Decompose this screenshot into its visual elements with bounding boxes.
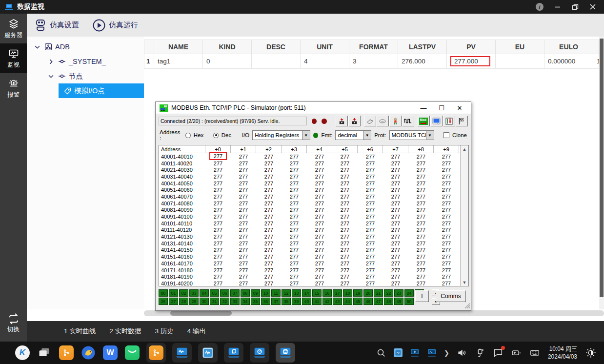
station-led-18[interactable]: 18	[343, 289, 352, 297]
volume-icon[interactable]	[457, 347, 467, 358]
register-cell[interactable]: 277	[282, 154, 307, 160]
start-icon[interactable]: K	[15, 345, 30, 361]
register-cell[interactable]: 277	[408, 181, 434, 186]
register-cell[interactable]: 277	[383, 221, 408, 226]
register-cell[interactable]: 277	[282, 254, 307, 260]
register-cell[interactable]: 277	[408, 221, 434, 226]
register-cell[interactable]: 277	[383, 281, 408, 286]
register-cell[interactable]: 277	[231, 254, 256, 260]
station-led-21[interactable]: 21	[374, 289, 383, 297]
register-cell[interactable]: 277	[434, 234, 459, 240]
usb-icon[interactable]	[475, 347, 485, 358]
register-cell[interactable]: 277	[256, 174, 282, 180]
register-cell[interactable]: 277	[307, 267, 332, 273]
browser-icon[interactable]	[81, 345, 96, 361]
register-cell[interactable]: 277	[256, 167, 282, 173]
register-cell[interactable]: 277	[434, 267, 459, 273]
register-cell[interactable]: 277	[307, 201, 332, 206]
horizontal-scrollbar[interactable]	[144, 310, 604, 316]
register-cell[interactable]: 277	[307, 241, 332, 246]
register-cell[interactable]: 277	[408, 201, 434, 206]
tray-app-icon[interactable]	[394, 348, 403, 357]
register-cell[interactable]: 277	[282, 247, 307, 253]
register-cell[interactable]: 277	[434, 194, 459, 200]
register-cell[interactable]: 277	[307, 214, 332, 220]
serial-port-button[interactable]	[377, 116, 389, 126]
modbus-logo-button[interactable]: Mod	[418, 116, 430, 126]
register-cell[interactable]: 277	[205, 194, 231, 200]
store-green-icon[interactable]	[124, 345, 140, 361]
register-cell[interactable]: 277	[434, 254, 459, 260]
register-cell[interactable]: 277	[332, 221, 358, 226]
register-cell[interactable]: 277	[358, 181, 383, 186]
register-cell[interactable]: 277	[231, 221, 256, 226]
search-icon[interactable]	[376, 347, 386, 358]
register-cell[interactable]: 277	[408, 167, 434, 173]
register-cell[interactable]: 277	[358, 234, 383, 240]
register-cell[interactable]: 277	[307, 234, 332, 240]
register-cell[interactable]: 277	[434, 174, 459, 180]
register-cell[interactable]: 277	[256, 221, 282, 226]
register-cell[interactable]: 277	[434, 247, 459, 253]
station-led-48[interactable]: 48	[384, 298, 393, 305]
statusbar-item-3[interactable]: 3 历史	[155, 327, 174, 336]
register-cell[interactable]: 277	[256, 201, 282, 206]
register-cell[interactable]: 277	[434, 241, 459, 246]
prot-select[interactable]: MODBUS TCP▼	[389, 130, 434, 140]
expander-down-icon[interactable]	[32, 43, 42, 51]
register-cell[interactable]: 277	[205, 207, 231, 213]
station-led-36[interactable]: 36	[261, 298, 270, 305]
register-cell[interactable]: 277	[231, 241, 256, 246]
register-cell[interactable]: 277	[307, 221, 332, 226]
flag-button[interactable]	[456, 116, 468, 126]
register-cell[interactable]: 277	[231, 154, 256, 160]
register-cell[interactable]: 277	[231, 181, 256, 186]
station-led-23[interactable]: 23	[394, 289, 403, 297]
register-cell[interactable]: 277	[358, 187, 383, 193]
register-cell[interactable]: 277	[358, 221, 383, 226]
register-cell[interactable]: 277	[383, 247, 408, 253]
register-cell[interactable]: 277	[231, 267, 256, 273]
register-cell[interactable]: 277	[358, 161, 383, 166]
register-cell[interactable]: 277	[408, 174, 434, 180]
register-cell[interactable]: 277	[408, 214, 434, 220]
sidebar-item-monitor[interactable]: 监视	[0, 43, 27, 73]
register-cell[interactable]: 277	[383, 187, 408, 193]
hex-radio[interactable]	[185, 133, 191, 138]
tree-item-节点[interactable]: 节点	[27, 69, 144, 83]
register-cell[interactable]: 277	[282, 214, 307, 220]
register-cell[interactable]: 277	[383, 154, 408, 160]
register-cell[interactable]: 277	[358, 201, 383, 206]
square-wave-button[interactable]	[402, 116, 414, 126]
register-cell[interactable]: 277	[231, 247, 256, 253]
station-led-32[interactable]: 32	[220, 298, 229, 305]
register-cell[interactable]: 277	[434, 207, 459, 213]
register-cell[interactable]: 277	[205, 241, 231, 246]
register-cell[interactable]: 277	[307, 187, 332, 193]
register-cell[interactable]: 277	[332, 181, 358, 186]
register-cell[interactable]: 277	[231, 161, 256, 166]
tree-item-_SYSTEM_[interactable]: _SYSTEM_	[27, 54, 144, 69]
register-cell[interactable]: 277	[231, 261, 256, 266]
register-cell[interactable]: 277	[358, 154, 383, 160]
register-cell[interactable]: 277	[383, 241, 408, 246]
tree-item-ADB[interactable]: ADB	[27, 40, 144, 54]
import-button[interactable]	[336, 116, 348, 126]
register-cell[interactable]: 277	[332, 174, 358, 180]
station-led-13[interactable]: 13	[292, 289, 301, 297]
register-cell[interactable]: 277	[205, 161, 231, 166]
station-led-00[interactable]: 00	[159, 289, 168, 297]
register-cell[interactable]: 277	[256, 274, 282, 280]
station-led-27[interactable]: 27	[169, 298, 178, 305]
sidebar-item-switch[interactable]: 切换	[0, 309, 27, 338]
register-cell[interactable]: 277	[408, 254, 434, 260]
register-cell[interactable]: 277	[205, 201, 231, 206]
register-cell[interactable]: 277	[282, 267, 307, 273]
expander-right-icon[interactable]	[45, 58, 56, 65]
register-cell[interactable]: 277	[408, 281, 434, 286]
register-cell[interactable]: 277	[434, 227, 459, 233]
station-led-09[interactable]: 09	[251, 289, 260, 297]
register-cell[interactable]: 277	[307, 174, 332, 180]
register-cell[interactable]: 277	[332, 154, 358, 160]
dec-radio[interactable]	[213, 133, 219, 138]
